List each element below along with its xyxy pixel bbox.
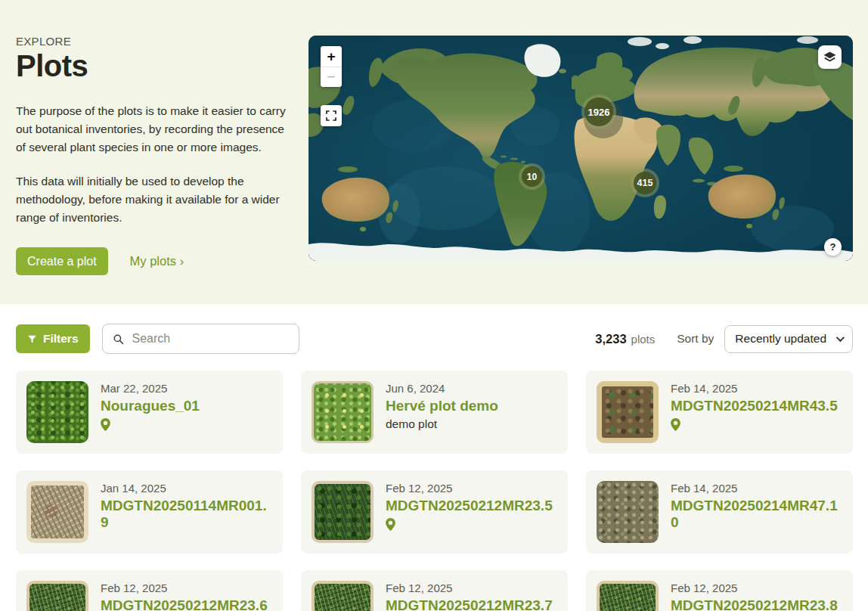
plot-date: Mar 22, 2025 xyxy=(101,382,200,395)
search-icon xyxy=(113,333,124,346)
plot-card[interactable]: Jun 6, 2024 Hervé plot demo demo plot xyxy=(301,371,568,454)
plot-subtitle: demo plot xyxy=(386,417,498,431)
plot-title: MDGTN20250212MR23.5 xyxy=(386,498,553,514)
plot-thumbnail xyxy=(597,381,659,443)
plot-thumbnail xyxy=(26,581,88,611)
location-pin-icon xyxy=(101,418,200,431)
hero-section: EXPLORE Plots The purpose of the plots i… xyxy=(0,0,868,304)
plot-card[interactable]: Feb 14, 2025 MDGTN20250214MR43.5 xyxy=(586,371,853,454)
plot-thumbnail xyxy=(597,581,659,611)
plot-card[interactable]: Feb 12, 2025 MDGTN20250212MR23.8 xyxy=(586,570,853,611)
list-toolbar: Filters 3,233 plots Sort by Recently upd… xyxy=(16,324,853,354)
plot-thumbnail xyxy=(597,481,659,543)
map-help-button[interactable]: ? xyxy=(824,238,842,256)
my-plots-link[interactable]: My plots › xyxy=(130,254,184,268)
plot-card[interactable]: Jan 14, 2025 MDGTN20250114MR001.9 xyxy=(16,470,283,554)
intro-paragraph-2: This data will initially be used to deve… xyxy=(16,172,297,227)
plot-date: Jun 6, 2024 xyxy=(386,382,498,395)
sort-select[interactable]: Recently updated xyxy=(724,325,853,353)
plot-title: MDGTN20250214MR47.10 xyxy=(671,498,844,532)
search-input[interactable] xyxy=(132,332,289,346)
plot-date: Jan 14, 2025 xyxy=(101,482,274,495)
funnel-icon xyxy=(27,334,37,344)
fullscreen-button[interactable] xyxy=(321,105,342,126)
expand-icon xyxy=(325,110,337,122)
intro-paragraph-1: The purpose of the plots is to make it e… xyxy=(16,102,297,157)
plots-list-section: Filters 3,233 plots Sort by Recently upd… xyxy=(0,304,868,611)
plot-card[interactable]: Mar 22, 2025 Nouragues_01 xyxy=(16,371,283,454)
plot-title: MDGTN20250214MR43.5 xyxy=(671,398,838,414)
plot-title: MDGTN20250212MR23.7 xyxy=(386,597,553,611)
plot-card[interactable]: Feb 12, 2025 MDGTN20250212MR23.5 xyxy=(301,470,568,554)
breadcrumb-eyebrow: EXPLORE xyxy=(16,35,297,48)
plot-date: Feb 12, 2025 xyxy=(101,582,268,594)
results-count-suffix: plots xyxy=(631,333,656,346)
plot-title: MDGTN20250212MR23.8 xyxy=(671,597,838,611)
plot-date: Feb 12, 2025 xyxy=(386,482,553,495)
plot-thumbnail xyxy=(312,381,374,443)
filters-button[interactable]: Filters xyxy=(16,324,90,353)
map-cluster-europe[interactable]: 1926 xyxy=(584,98,613,126)
hero-actions: Create a plot My plots › xyxy=(16,247,297,275)
plot-date: Feb 14, 2025 xyxy=(671,482,844,495)
layers-button[interactable] xyxy=(818,45,842,69)
plot-card[interactable]: Feb 14, 2025 MDGTN20250214MR47.10 xyxy=(586,470,853,554)
plots-grid: Mar 22, 2025 Nouragues_01 Jun 6, 2024 He… xyxy=(16,371,853,611)
create-plot-button[interactable]: Create a plot xyxy=(16,247,108,275)
plot-title: Nouragues_01 xyxy=(101,398,200,414)
plot-date: Feb 14, 2025 xyxy=(671,382,838,395)
filters-button-label: Filters xyxy=(43,332,79,346)
hero-text: EXPLORE Plots The purpose of the plots i… xyxy=(16,35,297,275)
plot-thumbnail xyxy=(26,481,88,543)
world-map-tiles xyxy=(308,36,853,261)
sort-by-label: Sort by xyxy=(677,332,714,346)
plot-date: Feb 12, 2025 xyxy=(671,582,838,594)
results-count-number: 3,233 xyxy=(595,332,626,346)
plot-title: Hervé plot demo xyxy=(386,398,498,414)
plot-card[interactable]: Feb 12, 2025 MDGTN20250212MR23.6 xyxy=(16,570,283,611)
page-title: Plots xyxy=(16,49,297,83)
zoom-out-button[interactable]: − xyxy=(321,67,342,87)
zoom-in-button[interactable]: + xyxy=(321,46,342,67)
sort-select-value: Recently updated xyxy=(735,332,826,346)
plot-thumbnail xyxy=(312,581,374,611)
location-pin-icon xyxy=(386,518,553,531)
world-map[interactable]: + − 1926 10 415 ? xyxy=(308,36,853,261)
plot-date: Feb 12, 2025 xyxy=(386,582,553,594)
plot-thumbnail xyxy=(26,381,88,443)
map-cluster-south-america[interactable]: 10 xyxy=(522,166,542,187)
stacked-layers-icon xyxy=(823,50,837,64)
location-pin-icon xyxy=(671,418,838,431)
map-zoom-control: + − xyxy=(321,46,342,87)
search-box xyxy=(102,324,299,354)
plot-title: MDGTN20250114MR001.9 xyxy=(101,498,274,532)
plot-card[interactable]: Feb 12, 2025 MDGTN20250212MR23.7 xyxy=(301,570,568,611)
map-cluster-madagascar[interactable]: 415 xyxy=(634,172,656,194)
chevron-down-icon xyxy=(836,333,845,342)
plot-title: MDGTN20250212MR23.6 xyxy=(101,597,268,611)
results-count: 3,233 plots xyxy=(595,332,655,346)
plot-thumbnail xyxy=(312,481,374,543)
